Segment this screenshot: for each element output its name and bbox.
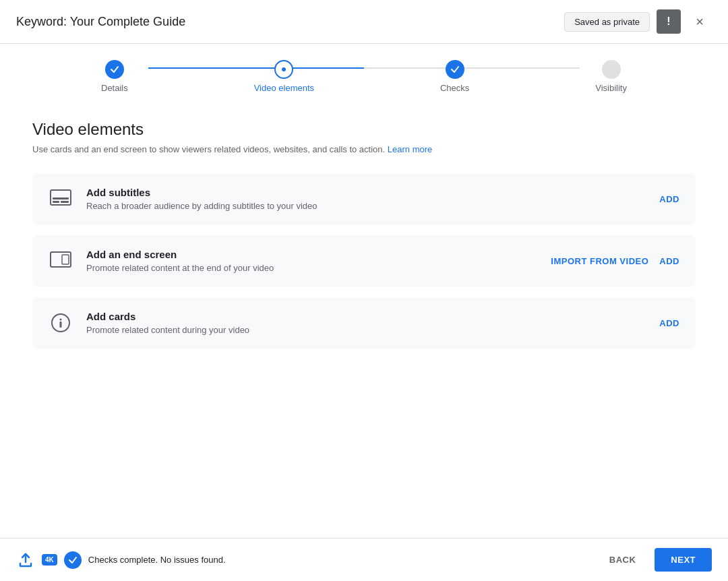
back-button[interactable]: BACK [599,549,647,570]
card-subtitles-title: Add subtitles [86,187,646,198]
step-label-details: Details [101,83,128,93]
progress-stepper: Details Video elements Checks Visibility [0,44,728,104]
add-cards-button[interactable]: ADD [659,318,679,328]
step-label-video-elements: Video elements [254,83,314,93]
step-video-elements[interactable]: Video elements [254,60,314,93]
footer-left: 4K Checks complete. No issues found. [16,551,226,570]
card-cards: Add cards Promote related content during… [32,297,696,348]
check-badge [64,551,82,569]
step-circle-visibility [602,60,621,79]
svg-point-8 [60,319,62,321]
header-right: Saved as private ! × [564,9,712,34]
card-subtitles-text: Add subtitles Reach a broader audience b… [86,187,646,211]
section-title: Video elements [32,120,696,139]
step-label-checks: Checks [440,83,469,93]
step-checks[interactable]: Checks [440,60,469,93]
add-subtitles-button[interactable]: ADD [659,194,679,204]
step-details[interactable]: Details [101,60,128,93]
4k-badge: 4K [42,554,57,565]
svg-rect-9 [60,322,62,328]
stepper-steps: Details Video elements Checks Visibility [101,60,627,93]
card-subtitles-actions: ADD [659,194,679,204]
card-cards-title: Add cards [86,311,646,322]
main-content: Video elements Use cards and an end scre… [0,104,728,538]
upload-icon [16,551,35,570]
card-cards-subtitle: Promote related content during your vide… [86,325,646,335]
card-end-screen-actions: IMPORT FROM VIDEO ADD [551,256,679,266]
step-circle-checks [446,60,464,79]
page-title: Keyword: Your Complete Guide [16,15,185,29]
import-from-video-button[interactable]: IMPORT FROM VIDEO [551,256,648,266]
card-cards-text: Add cards Promote related content during… [86,311,646,335]
svg-rect-6 [62,255,69,264]
exclaim-button[interactable]: ! [657,9,681,34]
card-subtitles-subtitle: Reach a broader audience by adding subti… [86,201,646,211]
section-description: Use cards and an end screen to show view… [32,144,696,154]
card-end-screen-title: Add an end screen [86,249,537,260]
svg-rect-4 [53,197,69,200]
end-screen-icon [49,249,73,273]
card-end-screen-subtitle: Promote related content at the end of yo… [86,263,537,273]
footer-right: BACK NEXT [599,548,712,572]
card-end-screen-text: Add an end screen Promote related conten… [86,249,537,273]
svg-rect-3 [61,201,69,203]
info-icon [49,311,73,335]
next-button[interactable]: NEXT [655,548,712,572]
footer-status-text: Checks complete. No issues found. [88,555,226,565]
header: Keyword: Your Complete Guide Saved as pr… [0,0,728,44]
svg-rect-2 [53,201,59,203]
step-circle-details [105,60,124,79]
step-label-visibility: Visibility [595,83,627,93]
section-desc-text: Use cards and an end screen to show view… [32,144,385,154]
card-end-screen: Add an end screen Promote related conten… [32,235,696,286]
footer: 4K Checks complete. No issues found. BAC… [0,538,728,581]
step-visibility[interactable]: Visibility [595,60,627,93]
close-button[interactable]: × [688,9,712,34]
svg-point-0 [282,67,286,71]
card-cards-actions: ADD [659,318,679,328]
add-end-screen-button[interactable]: ADD [659,256,679,266]
learn-more-link[interactable]: Learn more [388,144,432,154]
step-circle-video-elements [274,60,293,79]
card-subtitles: Add subtitles Reach a broader audience b… [32,173,696,224]
subtitles-icon [49,187,73,211]
saved-badge: Saved as private [564,12,650,32]
